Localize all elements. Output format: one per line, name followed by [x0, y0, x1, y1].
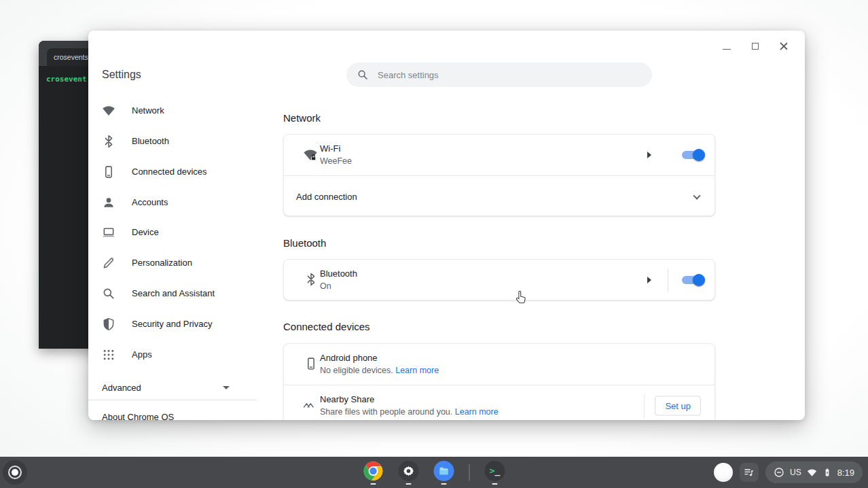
section-header-connected-devices: Connected devices: [283, 321, 715, 332]
sidebar-item-connected-devices[interactable]: Connected devices: [88, 156, 258, 187]
clock: 8:19: [837, 468, 854, 478]
sidebar-item-label: Apps: [132, 349, 152, 360]
launcher-button[interactable]: [3, 460, 27, 485]
sidebar-item-network[interactable]: Network: [88, 95, 258, 126]
shelf: >_ US: [0, 457, 868, 488]
sidebar-item-label: Accounts: [132, 197, 168, 207]
sidebar-item-apps[interactable]: Apps: [88, 339, 258, 370]
sidebar-divider: [88, 400, 257, 400]
magnifier-icon: [102, 287, 115, 300]
smartphone-icon: [303, 357, 318, 372]
sidebar-item-label: Bluetooth: [132, 136, 169, 146]
close-icon: [780, 42, 788, 50]
sidebar-item-about-chromeos[interactable]: About Chrome OS: [102, 412, 174, 420]
wifi-title: Wi-Fi: [320, 143, 352, 155]
sidebar-item-label: Device: [132, 227, 159, 237]
vertical-divider: [668, 268, 668, 292]
bluetooth-icon: [303, 273, 318, 287]
sidebar-item-search-assistant[interactable]: Search and Assistant: [88, 278, 258, 309]
chevron-down-icon: [223, 386, 230, 389]
arrow-right-icon[interactable]: [647, 277, 651, 283]
settings-gear-icon: [399, 461, 419, 481]
shelf-app-chrome[interactable]: [363, 461, 384, 485]
network-card: Wi-Fi WeeFee Add connection: [283, 134, 715, 216]
avatar[interactable]: [714, 463, 733, 482]
chevron-down-icon[interactable]: [693, 192, 700, 199]
wifi-row[interactable]: Wi-Fi WeeFee: [284, 135, 715, 175]
terminal-icon: >_: [485, 461, 505, 481]
sidebar-item-personalization[interactable]: Personalization: [88, 247, 258, 278]
running-indicator: [492, 483, 498, 485]
nearby-share-subtitle: Share files with people around you.: [320, 407, 452, 417]
bluetooth-status: On: [320, 280, 357, 292]
sidebar-item-device[interactable]: Device: [88, 217, 258, 247]
page-title: Settings: [102, 69, 141, 81]
minimize-icon: [723, 49, 731, 50]
hand-cursor: [515, 290, 528, 305]
running-indicator: [441, 483, 447, 485]
shelf-app-files[interactable]: [434, 461, 454, 485]
terminal-tab-label: crosevents: [54, 53, 88, 61]
android-phone-row[interactable]: Android phone No eligible devices. Learn…: [284, 344, 715, 385]
status-tray[interactable]: US 8:19: [765, 461, 863, 483]
sidebar-item-label: Network: [132, 105, 164, 116]
vertical-divider: [644, 394, 645, 418]
launcher-icon: [8, 466, 22, 479]
terminal-prompt-text: crosevent: [46, 75, 87, 84]
nearby-share-row[interactable]: Nearby Share Share files with people aro…: [284, 385, 715, 420]
connected-devices-card: Android phone No eligible devices. Learn…: [283, 343, 715, 420]
add-connection-row[interactable]: Add connection: [284, 176, 715, 217]
person-icon: [102, 196, 115, 209]
add-connection-label: Add connection: [296, 192, 357, 202]
do-not-disturb-icon: [774, 467, 784, 478]
toggle-knob: [693, 274, 705, 286]
shelf-divider: [469, 464, 470, 481]
shield-icon: [102, 317, 115, 331]
section-header-bluetooth: Bluetooth: [283, 237, 715, 249]
sidebar-item-label: Personalization: [132, 258, 192, 268]
files-icon: [434, 461, 454, 481]
bluetooth-toggle[interactable]: [682, 276, 704, 284]
bluetooth-title: Bluetooth: [320, 268, 357, 280]
sidebar-item-label: Search and Assistant: [132, 288, 215, 298]
shelf-app-settings[interactable]: [399, 461, 419, 485]
media-notification-button[interactable]: [740, 463, 759, 482]
running-indicator: [406, 483, 412, 485]
sidebar-item-accounts[interactable]: Accounts: [88, 187, 258, 217]
maximize-icon: [752, 43, 759, 50]
search-bar[interactable]: [346, 63, 652, 87]
bluetooth-icon: [102, 135, 115, 148]
sidebar-item-security-privacy[interactable]: Security and Privacy: [88, 309, 258, 339]
set-up-button[interactable]: Set up: [655, 396, 701, 416]
bluetooth-card: Bluetooth On: [283, 259, 715, 300]
android-phone-subtitle: No eligible devices.: [320, 366, 393, 375]
battery-icon: [822, 467, 832, 478]
sidebar-advanced-expander[interactable]: Advanced: [88, 372, 257, 403]
sidebar-item-label: Connected devices: [132, 167, 207, 177]
search-input[interactable]: [378, 70, 641, 80]
arrow-right-icon[interactable]: [647, 152, 651, 158]
minimize-button[interactable]: [718, 37, 736, 55]
playlist-music-icon: [744, 467, 755, 478]
wifi-status-icon: [807, 468, 817, 478]
settings-window: Settings Network Bluetooth Connected dev…: [88, 31, 805, 420]
wifi-toggle[interactable]: [682, 151, 704, 159]
learn-more-link[interactable]: Learn more: [395, 366, 439, 375]
nearby-share-title: Nearby Share: [320, 394, 499, 406]
apps-grid-icon: [102, 348, 115, 362]
advanced-label: Advanced: [102, 383, 141, 393]
wifi-network-name: WeeFee: [320, 155, 352, 167]
nearby-share-icon: [303, 398, 318, 413]
learn-more-link[interactable]: Learn more: [455, 407, 499, 417]
close-button[interactable]: [775, 37, 793, 55]
bluetooth-row[interactable]: Bluetooth On: [284, 260, 715, 300]
maximize-button[interactable]: [746, 37, 764, 55]
sidebar-item-bluetooth[interactable]: Bluetooth: [88, 126, 258, 156]
sidebar-item-label: Security and Privacy: [132, 319, 213, 329]
section-header-network: Network: [283, 112, 715, 124]
shelf-app-terminal[interactable]: >_: [485, 461, 505, 485]
search-icon: [357, 69, 368, 80]
wifi-icon: [102, 104, 115, 118]
toggle-knob: [693, 149, 705, 161]
pen-icon: [102, 256, 115, 270]
